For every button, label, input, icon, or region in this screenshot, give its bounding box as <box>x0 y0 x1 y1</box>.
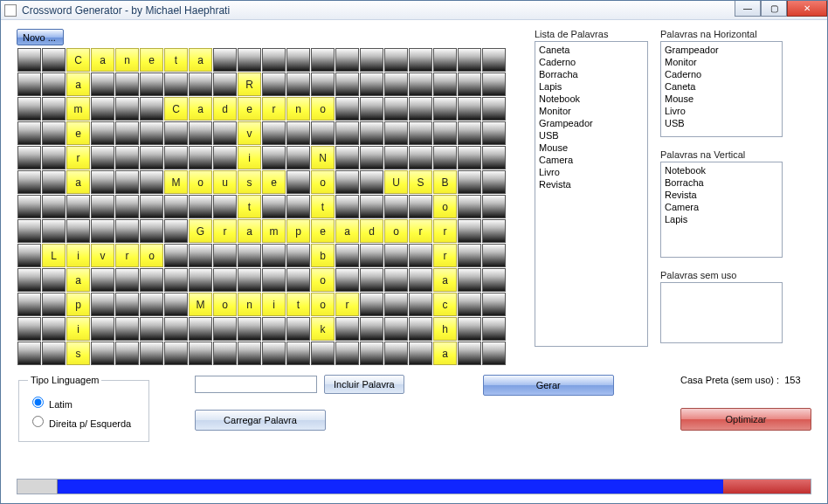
grid-cell-black[interactable] <box>140 72 163 96</box>
grid-cell-black[interactable] <box>335 244 359 267</box>
grid-cell-black[interactable] <box>286 195 310 218</box>
grid-cell-fill[interactable]: r <box>433 244 457 267</box>
list-item[interactable]: Mouse <box>539 142 644 154</box>
grid-cell-black[interactable] <box>164 268 188 292</box>
grid-cell-black[interactable] <box>433 97 457 121</box>
grid-cell-black[interactable] <box>335 121 359 145</box>
grid-cell-black[interactable] <box>335 48 359 72</box>
grid-cell-black[interactable] <box>482 72 506 96</box>
grid-cell-black[interactable] <box>238 48 261 72</box>
grid-cell-fill[interactable]: e <box>140 48 163 72</box>
list-item[interactable]: Camera <box>665 201 778 213</box>
grid-cell-fill[interactable]: s <box>238 170 261 194</box>
grid-cell-black[interactable] <box>91 317 114 341</box>
grid-cell-black[interactable] <box>91 293 114 316</box>
grid-cell-black[interactable] <box>262 268 286 292</box>
grid-cell-black[interactable] <box>409 97 432 121</box>
grid-cell-fill[interactable]: G <box>189 219 212 243</box>
grid-cell-black[interactable] <box>311 121 335 145</box>
grid-cell-black[interactable] <box>458 97 481 121</box>
grid-cell-black[interactable] <box>115 342 139 365</box>
grid-cell-fill[interactable]: N <box>311 146 335 169</box>
grid-cell-black[interactable] <box>42 48 66 72</box>
list-item[interactable]: Revista <box>665 189 778 201</box>
grid-cell-black[interactable] <box>17 293 41 316</box>
grid-cell-black[interactable] <box>482 121 506 145</box>
grid-cell-black[interactable] <box>409 268 432 292</box>
grid-cell-black[interactable] <box>17 170 41 194</box>
grid-cell-black[interactable] <box>458 342 481 365</box>
grid-cell-fill[interactable]: r <box>66 146 90 169</box>
grid-cell-black[interactable] <box>482 317 506 341</box>
list-item[interactable]: Monitor <box>539 105 644 117</box>
grid-cell-black[interactable] <box>384 317 408 341</box>
grid-cell-fill[interactable]: S <box>409 170 432 194</box>
grid-cell-black[interactable] <box>482 48 506 72</box>
grid-cell-black[interactable] <box>286 48 310 72</box>
grid-cell-black[interactable] <box>115 268 139 292</box>
grid-cell-fill[interactable]: d <box>213 97 237 121</box>
grid-cell-black[interactable] <box>409 121 432 145</box>
grid-cell-fill[interactable]: p <box>286 219 310 243</box>
grid-cell-black[interactable] <box>42 72 66 96</box>
grid-cell-fill[interactable]: v <box>238 121 261 145</box>
grid-cell-black[interactable] <box>140 121 163 145</box>
grid-cell-fill[interactable]: C <box>164 97 188 121</box>
grid-cell-black[interactable] <box>17 317 41 341</box>
grid-cell-black[interactable] <box>189 342 212 365</box>
grid-cell-black[interactable] <box>91 170 114 194</box>
list-item[interactable]: Borracha <box>665 176 778 189</box>
grid-cell-black[interactable] <box>482 293 506 316</box>
grid-cell-fill[interactable]: r <box>409 219 432 243</box>
grid-cell-fill[interactable]: v <box>91 244 114 267</box>
grid-cell-black[interactable] <box>42 97 66 121</box>
grid-cell-black[interactable] <box>360 97 383 121</box>
grid-cell-black[interactable] <box>140 170 163 194</box>
grid-cell-black[interactable] <box>42 342 66 365</box>
grid-cell-black[interactable] <box>384 244 408 267</box>
grid-cell-black[interactable] <box>360 293 383 316</box>
grid-cell-black[interactable] <box>17 146 41 169</box>
grid-cell-black[interactable] <box>335 317 359 341</box>
grid-cell-black[interactable] <box>458 219 481 243</box>
grid-cell-fill[interactable]: s <box>66 342 90 365</box>
grid-cell-black[interactable] <box>409 48 432 72</box>
grid-cell-black[interactable] <box>115 72 139 96</box>
grid-cell-black[interactable] <box>286 146 310 169</box>
grid-cell-black[interactable] <box>458 72 481 96</box>
grid-cell-fill[interactable]: p <box>66 293 90 316</box>
grid-cell-black[interactable] <box>360 48 383 72</box>
grid-cell-fill[interactable]: t <box>286 293 310 316</box>
grid-cell-black[interactable] <box>213 317 237 341</box>
list-item[interactable]: Caderno <box>665 68 778 80</box>
list-item[interactable]: USB <box>539 129 644 142</box>
grid-cell-fill[interactable]: a <box>66 72 90 96</box>
grid-cell-black[interactable] <box>433 48 457 72</box>
grid-cell-black[interactable] <box>384 48 408 72</box>
optimizar-button[interactable]: Optimizar <box>680 408 811 431</box>
grid-cell-black[interactable] <box>458 195 481 218</box>
grid-cell-black[interactable] <box>66 195 90 218</box>
grid-cell-black[interactable] <box>458 317 481 341</box>
grid-cell-black[interactable] <box>384 293 408 316</box>
grid-cell-black[interactable] <box>360 121 383 145</box>
grid-cell-black[interactable] <box>335 72 359 96</box>
list-item[interactable]: Notebook <box>539 93 644 105</box>
palavras-list[interactable]: CanetaCadernoBorrachaLapisNotebookMonito… <box>535 41 648 347</box>
grid-cell-black[interactable] <box>17 48 41 72</box>
grid-cell-fill[interactable]: r <box>213 219 237 243</box>
grid-cell-black[interactable] <box>91 146 114 169</box>
list-item[interactable]: USB <box>665 117 778 129</box>
grid-cell-black[interactable] <box>384 342 408 365</box>
grid-cell-fill[interactable]: o <box>384 219 408 243</box>
grid-cell-black[interactable] <box>42 219 66 243</box>
grid-cell-fill[interactable]: t <box>311 195 335 218</box>
carregar-button[interactable]: Carregar Palavra <box>195 410 326 431</box>
grid-cell-black[interactable] <box>360 72 383 96</box>
grid-cell-black[interactable] <box>66 219 90 243</box>
grid-cell-fill[interactable]: h <box>433 317 457 341</box>
grid-cell-black[interactable] <box>360 170 383 194</box>
grid-cell-black[interactable] <box>189 317 212 341</box>
grid-cell-fill[interactable]: d <box>360 219 383 243</box>
grid-cell-black[interactable] <box>164 219 188 243</box>
